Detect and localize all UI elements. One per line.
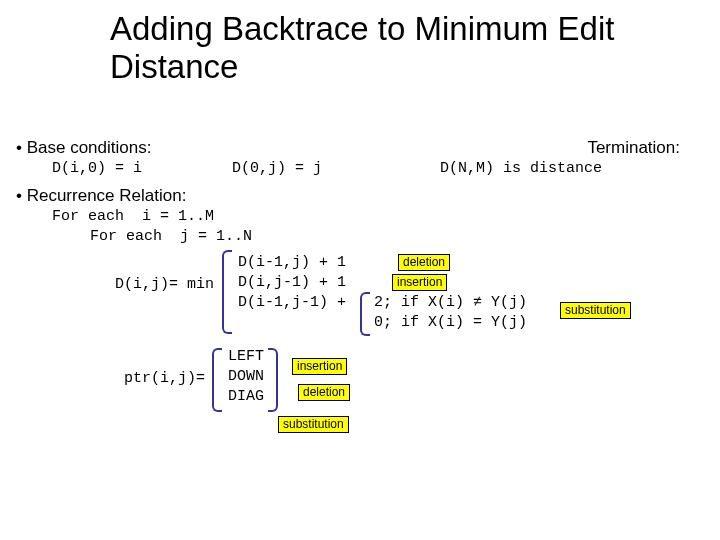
brace-ptr-right xyxy=(268,348,278,412)
tag-substitution-2: substitution xyxy=(278,416,349,433)
base-eq-2: D(0,j) = j xyxy=(232,160,322,177)
min-line-1: D(i-1,j) + 1 xyxy=(238,254,346,271)
ptr-lhs: ptr(i,j)= xyxy=(124,370,205,387)
tag-deletion-2: deletion xyxy=(298,384,350,401)
min-line-3: D(i-1,j-1) + xyxy=(238,294,346,311)
bullet-base-conditions: Base conditions: xyxy=(16,138,151,158)
tag-deletion-1: deletion xyxy=(398,254,450,271)
ptr-diag: DIAG xyxy=(228,388,264,405)
brace-ptr xyxy=(212,348,222,412)
bullet-recurrence: Recurrence Relation: xyxy=(16,186,186,206)
tag-substitution-1: substitution xyxy=(560,302,631,319)
ptr-down: DOWN xyxy=(228,368,264,385)
termination-eq: D(N,M) is distance xyxy=(440,160,602,177)
for-loop-i: For each i = 1..M xyxy=(52,208,214,225)
min-line-2: D(i,j-1) + 1 xyxy=(238,274,346,291)
tag-insertion-1: insertion xyxy=(392,274,447,291)
termination-label: Termination: xyxy=(587,138,680,158)
case-line-1: 2; if X(i) ≠ Y(j) xyxy=(374,294,527,311)
base-eq-1: D(i,0) = i xyxy=(52,160,142,177)
brace-min xyxy=(222,250,232,334)
ptr-left: LEFT xyxy=(228,348,264,365)
slide-title: Adding Backtrace to Minimum Edit Distanc… xyxy=(110,10,670,86)
dij-lhs: D(i,j)= min xyxy=(115,276,214,293)
tag-insertion-2: insertion xyxy=(292,358,347,375)
for-loop-j: For each j = 1..N xyxy=(90,228,252,245)
brace-cases xyxy=(360,292,370,336)
case-line-2: 0; if X(i) = Y(j) xyxy=(374,314,527,331)
